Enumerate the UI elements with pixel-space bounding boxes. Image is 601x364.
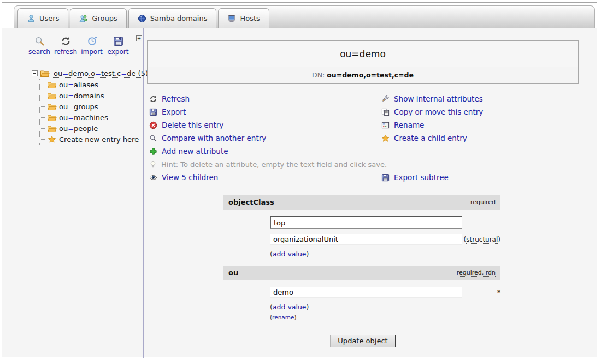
eye-icon — [149, 174, 157, 182]
tool-label: import — [81, 48, 103, 56]
tree-root-label[interactable]: ou=demo,o=test,c=de (5) — [52, 69, 150, 78]
folder-icon — [47, 92, 57, 100]
action-label: View 5 children — [162, 173, 218, 182]
action-label: Show internal attributes — [394, 94, 483, 103]
create-entry-label: Create new entry here — [59, 135, 139, 144]
folder-icon — [47, 124, 57, 133]
tree-node-ou-groups[interactable]: ou=groups — [40, 101, 143, 112]
attribute-values: (structural)(add value) — [223, 210, 500, 258]
folder-icon — [47, 81, 57, 89]
collapse-node-icon[interactable] — [32, 70, 38, 76]
tree-root-node[interactable]: ou=demo,o=test,c=de (5) — [32, 68, 143, 79]
floppy-icon — [113, 36, 123, 46]
add-value-link[interactable]: (add value) — [270, 250, 500, 258]
star-icon — [381, 134, 390, 142]
tool-label: refresh — [54, 48, 77, 56]
ou-value-input[interactable] — [270, 287, 462, 298]
entry-header: ou=demo DN:ou=demo,o=test,c=de — [147, 40, 579, 84]
hint-text: Hint: To delete an attribute, empty the … — [161, 160, 387, 169]
action-label: Copy or move this entry — [394, 108, 483, 116]
export-link[interactable]: Export — [149, 105, 381, 118]
import-icon — [87, 36, 97, 46]
tab-label: Samba domains — [150, 14, 208, 22]
user-icon — [27, 14, 36, 23]
rename-icon — [381, 121, 390, 129]
ldap-tree: ou=demo,o=test,c=de (5) ou=aliasesou=dom… — [32, 68, 143, 145]
tree-node-ou-people[interactable]: ou=people — [40, 123, 143, 134]
tree-node-ou-aliases[interactable]: ou=aliases — [40, 79, 143, 90]
tab-label: Users — [39, 14, 59, 22]
add-value-link[interactable]: (add value) — [270, 303, 500, 311]
rename-link[interactable]: Rename — [381, 118, 597, 132]
view-5-children-link[interactable]: View 5 children — [149, 171, 381, 184]
add-new-attribute-link[interactable]: Add new attribute — [149, 145, 381, 158]
attribute-name: objectClass — [228, 198, 274, 206]
tree-node-ou-domains[interactable]: ou=domains — [40, 90, 143, 101]
star-icon — [47, 135, 57, 144]
refresh-link[interactable]: Refresh — [149, 92, 381, 105]
action-label: Add new attribute — [162, 147, 228, 156]
value-row: (structural) — [270, 234, 500, 245]
tab-label: Hosts — [240, 14, 260, 22]
action-label: Delete this entry — [162, 121, 223, 129]
refresh-button[interactable]: refresh — [52, 36, 79, 56]
form-footer: Update object — [147, 335, 579, 347]
expand-tree-button[interactable]: + — [136, 35, 142, 41]
sidebar-toolbar: searchrefreshimportexport — [26, 36, 143, 56]
search-button[interactable]: search — [26, 36, 52, 56]
globe-icon — [138, 14, 146, 23]
tab-groups[interactable]: Groups — [70, 8, 126, 28]
compare-with-another-entry-link[interactable]: Compare with another entry — [149, 132, 381, 145]
tree-node-label: ou=aliases — [59, 81, 98, 89]
value-note: (structural) — [462, 236, 500, 243]
attribute-header: objectClassrequired — [223, 195, 500, 210]
tab-samba-domains[interactable]: Samba domains — [128, 8, 217, 28]
entry-actions: RefreshShow internal attributesExportCop… — [149, 92, 597, 158]
action-label: Export — [162, 108, 186, 116]
create-new-entry-node[interactable]: Create new entry here — [40, 134, 143, 145]
copy-icon — [381, 108, 390, 116]
action-label: Refresh — [162, 94, 190, 103]
tree-node-label: ou=machines — [59, 114, 108, 122]
copy-or-move-this-entry-link[interactable]: Copy or move this entry — [381, 105, 597, 118]
delete-this-entry-link[interactable]: Delete this entry — [149, 118, 381, 132]
export-button[interactable]: export — [105, 36, 131, 56]
action-label: Compare with another entry — [162, 134, 266, 142]
delete-icon — [149, 121, 157, 129]
tab-users[interactable]: Users — [17, 8, 68, 28]
update-object-button[interactable]: Update object — [330, 335, 395, 347]
objectClass-value-input[interactable] — [270, 234, 462, 245]
refresh-icon — [149, 95, 157, 103]
create-a-child-entry-link[interactable]: Create a child entry — [381, 132, 597, 145]
value-row: * — [270, 287, 500, 298]
template-tab-bar: UsersGroupsSamba domainsHosts — [2, 3, 597, 28]
import-button[interactable]: import — [79, 36, 105, 56]
floppy-icon — [149, 108, 157, 116]
export-subtree-link[interactable]: Export subtree — [381, 171, 597, 184]
tree-node-ou-machines[interactable]: ou=machines — [40, 112, 143, 123]
objectClass-value-input[interactable] — [270, 216, 462, 229]
attribute-flags: required — [470, 199, 496, 206]
attribute-name: ou — [228, 268, 238, 277]
group-icon — [79, 14, 88, 23]
folder-icon — [47, 114, 57, 122]
entry-title: ou=demo — [148, 41, 578, 67]
tool-label: search — [28, 48, 50, 56]
tab-hosts[interactable]: Hosts — [218, 8, 269, 28]
attribute-section-ou: ourequired, rdn*(add value)(rename) — [223, 266, 500, 320]
add-icon — [149, 147, 157, 156]
value-row — [270, 216, 500, 229]
wrench-icon — [381, 95, 390, 103]
host-icon — [227, 14, 236, 23]
compare-icon — [149, 134, 157, 142]
attribute-header: ourequired, rdn — [223, 266, 500, 280]
show-internal-attributes-link[interactable]: Show internal attributes — [381, 92, 597, 105]
folder-icon — [47, 103, 57, 111]
dn-value: ou=demo,o=test,c=de — [327, 71, 414, 79]
phpldapadmin-window: UsersGroupsSamba domainsHosts + searchre… — [2, 2, 597, 357]
rename-link[interactable]: (rename) — [270, 314, 500, 320]
subtree-links: View 5 childrenExport subtree — [149, 171, 597, 184]
refresh-icon — [61, 36, 71, 46]
search-icon — [34, 36, 45, 46]
action-label: Rename — [394, 121, 424, 129]
